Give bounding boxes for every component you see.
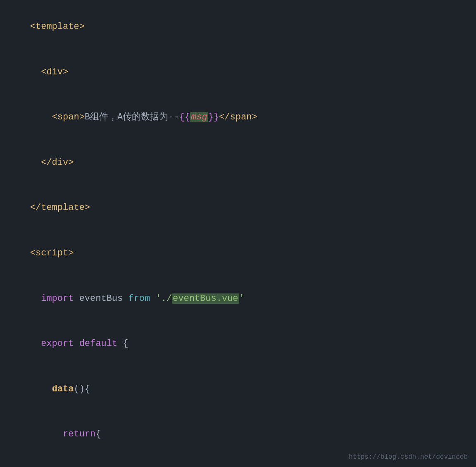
- span-text: B组件，A传的数据为--: [85, 112, 179, 122]
- code-editor: <template> <div> <span>B组件，A传的数据为--{{msg…: [0, 0, 476, 467]
- msg-var: msg: [190, 112, 208, 122]
- website-credit: https://blog.csdn.net/devincob: [349, 452, 468, 463]
- line-data-fn: data(){: [8, 367, 476, 412]
- line-div-close: </div>: [8, 140, 476, 186]
- line-export-default: export default {: [8, 321, 476, 367]
- line-div-open: <div>: [8, 50, 476, 95]
- module-highlight: eventBus.vue: [172, 293, 239, 304]
- line-return: return{: [8, 412, 476, 457]
- line-template-open: <template>: [8, 4, 476, 50]
- line-import: import eventBus from './eventBus.vue': [8, 276, 476, 321]
- line-script-open: <script>: [8, 231, 476, 276]
- line-span-content: <span>B组件，A传的数据为--{{msg}}</span>: [8, 95, 476, 140]
- line-template-close: </template>: [8, 185, 476, 231]
